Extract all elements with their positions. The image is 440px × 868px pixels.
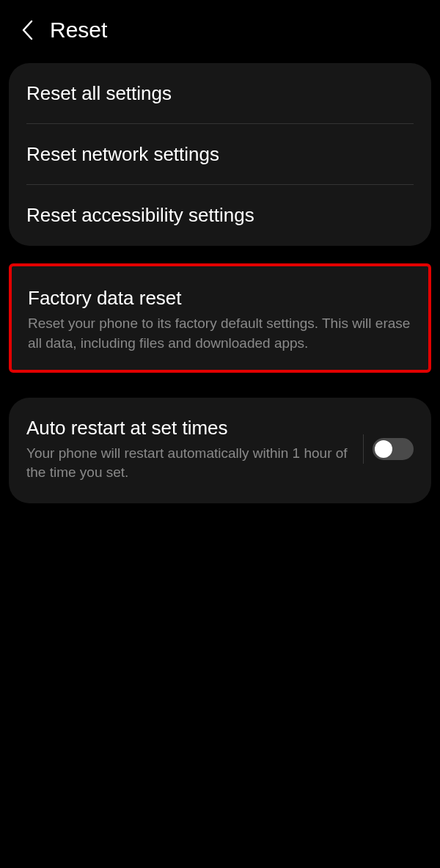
- page-title: Reset: [50, 18, 107, 43]
- toggle-divider: [363, 434, 364, 464]
- list-item-subtitle: Reset your phone to its factory default …: [28, 314, 412, 353]
- auto-restart-card: Auto restart at set times Your phone wil…: [9, 398, 431, 503]
- list-item-title: Reset network settings: [26, 142, 414, 167]
- list-item-title: Factory data reset: [28, 285, 412, 311]
- list-item-subtitle: Your phone will restart automatically wi…: [26, 444, 348, 483]
- auto-restart-item[interactable]: Auto restart at set times Your phone wil…: [9, 398, 431, 503]
- toggle-wrap: [363, 434, 414, 464]
- auto-restart-toggle[interactable]: [373, 438, 414, 460]
- reset-network-settings-item[interactable]: Reset network settings: [9, 124, 431, 185]
- list-item-title: Auto restart at set times: [26, 415, 348, 441]
- list-item-title: Reset accessibility settings: [26, 203, 414, 228]
- list-item-title: Reset all settings: [26, 81, 414, 106]
- auto-restart-text: Auto restart at set times Your phone wil…: [26, 415, 348, 483]
- reset-all-settings-item[interactable]: Reset all settings: [9, 63, 431, 124]
- reset-options-card: Reset all settings Reset network setting…: [9, 63, 431, 246]
- back-icon[interactable]: [21, 19, 34, 41]
- reset-accessibility-settings-item[interactable]: Reset accessibility settings: [9, 185, 431, 246]
- factory-data-reset-card: Factory data reset Reset your phone to i…: [9, 263, 431, 372]
- factory-data-reset-item[interactable]: Factory data reset Reset your phone to i…: [12, 266, 428, 369]
- toggle-knob: [375, 440, 392, 458]
- page-header: Reset: [0, 0, 440, 63]
